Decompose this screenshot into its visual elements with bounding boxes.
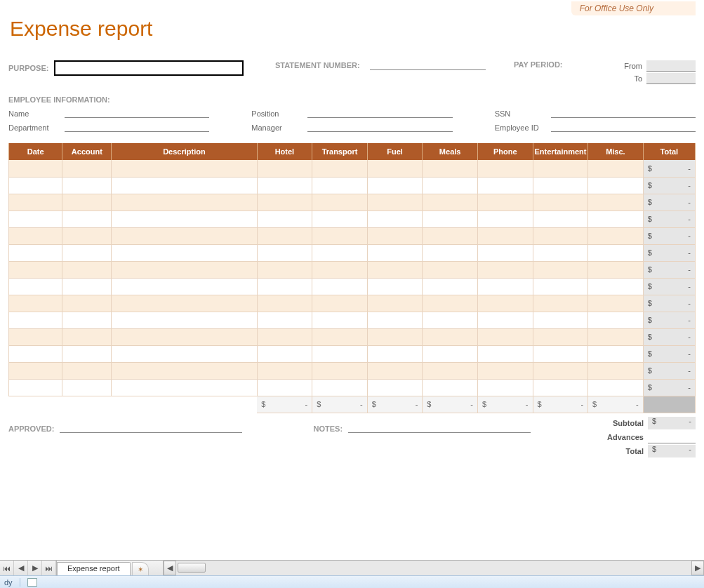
cell[interactable] (533, 295, 588, 312)
cell[interactable] (112, 244, 257, 261)
prev-sheet-button[interactable]: ◀ (14, 561, 28, 575)
cell[interactable] (588, 160, 644, 177)
cell[interactable] (588, 312, 644, 328)
cell[interactable] (312, 278, 368, 295)
cell[interactable] (533, 362, 588, 379)
cell[interactable] (9, 362, 62, 379)
first-sheet-button[interactable]: ⏮ (0, 561, 14, 575)
cell[interactable] (112, 211, 257, 227)
cell[interactable] (9, 379, 62, 396)
cell[interactable] (9, 244, 62, 261)
cell[interactable] (367, 379, 423, 396)
approved-input[interactable] (60, 422, 242, 433)
to-date-input[interactable] (646, 73, 696, 84)
cell[interactable] (423, 312, 478, 328)
purpose-input[interactable] (54, 60, 244, 76)
cell[interactable] (257, 227, 312, 244)
macro-record-icon[interactable] (27, 578, 37, 587)
cell[interactable] (257, 177, 312, 194)
cell[interactable] (588, 278, 644, 295)
cell[interactable] (9, 211, 62, 227)
cell[interactable] (112, 295, 257, 312)
ssn-input[interactable] (551, 107, 696, 118)
cell[interactable] (112, 227, 257, 244)
cell[interactable] (423, 227, 478, 244)
cell[interactable] (423, 177, 478, 194)
scroll-thumb[interactable] (178, 563, 206, 573)
cell[interactable] (588, 328, 644, 345)
cell[interactable] (312, 227, 368, 244)
cell[interactable] (62, 194, 112, 211)
department-input[interactable] (65, 121, 209, 132)
cell[interactable] (9, 278, 62, 295)
cell[interactable] (312, 160, 368, 177)
cell[interactable] (112, 345, 257, 362)
cell[interactable] (367, 312, 423, 328)
cell[interactable] (312, 261, 368, 278)
cell[interactable] (588, 345, 644, 362)
cell[interactable] (257, 379, 312, 396)
cell[interactable] (9, 227, 62, 244)
cell[interactable] (367, 160, 423, 177)
cell[interactable] (588, 295, 644, 312)
notes-input[interactable] (348, 422, 531, 433)
cell[interactable] (533, 328, 588, 345)
cell[interactable] (588, 211, 644, 227)
cell[interactable] (367, 177, 423, 194)
cell[interactable] (533, 312, 588, 328)
cell[interactable] (62, 278, 112, 295)
cell[interactable] (62, 211, 112, 227)
cell[interactable] (533, 261, 588, 278)
cell[interactable] (112, 312, 257, 328)
cell[interactable] (423, 160, 478, 177)
cell[interactable] (533, 227, 588, 244)
cell[interactable] (312, 211, 368, 227)
cell[interactable] (9, 160, 62, 177)
cell[interactable] (477, 177, 533, 194)
cell[interactable] (367, 227, 423, 244)
cell[interactable] (257, 362, 312, 379)
cell[interactable] (62, 362, 112, 379)
cell[interactable] (367, 278, 423, 295)
employee-id-input[interactable] (551, 121, 696, 132)
cell[interactable] (588, 244, 644, 261)
name-input[interactable] (65, 107, 209, 118)
cell[interactable] (9, 194, 62, 211)
cell[interactable] (477, 312, 533, 328)
cell[interactable] (533, 194, 588, 211)
next-sheet-button[interactable]: ▶ (28, 561, 42, 575)
cell[interactable] (533, 211, 588, 227)
cell[interactable] (112, 160, 257, 177)
cell[interactable] (62, 227, 112, 244)
horizontal-scrollbar[interactable]: ◀ ▶ (163, 561, 704, 575)
cell[interactable] (312, 194, 368, 211)
cell[interactable] (312, 379, 368, 396)
cell[interactable] (62, 160, 112, 177)
cell[interactable] (477, 362, 533, 379)
advances-input[interactable] (648, 431, 696, 443)
cell[interactable] (257, 244, 312, 261)
cell[interactable] (312, 177, 368, 194)
cell[interactable] (588, 227, 644, 244)
cell[interactable] (423, 362, 478, 379)
cell[interactable] (533, 177, 588, 194)
statement-number-input[interactable] (370, 60, 486, 70)
cell[interactable] (367, 295, 423, 312)
cell[interactable] (423, 261, 478, 278)
scroll-left-button[interactable]: ◀ (164, 561, 176, 575)
cell[interactable] (477, 295, 533, 312)
cell[interactable] (62, 177, 112, 194)
cell[interactable] (312, 312, 368, 328)
cell[interactable] (588, 379, 644, 396)
cell[interactable] (477, 227, 533, 244)
cell[interactable] (367, 328, 423, 345)
cell[interactable] (112, 194, 257, 211)
cell[interactable] (423, 379, 478, 396)
cell[interactable] (257, 261, 312, 278)
cell[interactable] (423, 295, 478, 312)
cell[interactable] (112, 261, 257, 278)
cell[interactable] (312, 362, 368, 379)
cell[interactable] (367, 261, 423, 278)
cell[interactable] (533, 244, 588, 261)
cell[interactable] (367, 362, 423, 379)
